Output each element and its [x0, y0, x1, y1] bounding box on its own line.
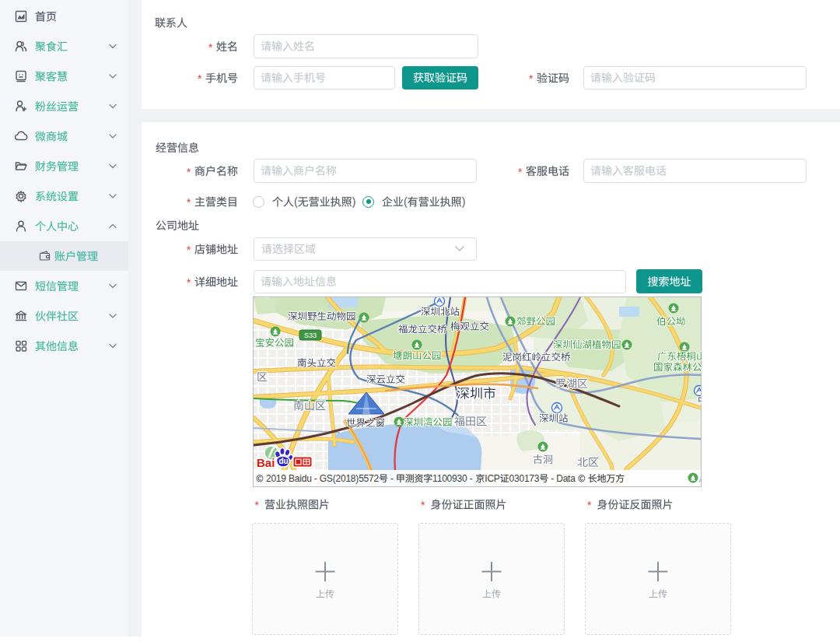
svg-text:Bai: Bai	[257, 456, 275, 469]
svg-text:du: du	[279, 457, 289, 465]
svg-text:S33: S33	[304, 332, 317, 339]
